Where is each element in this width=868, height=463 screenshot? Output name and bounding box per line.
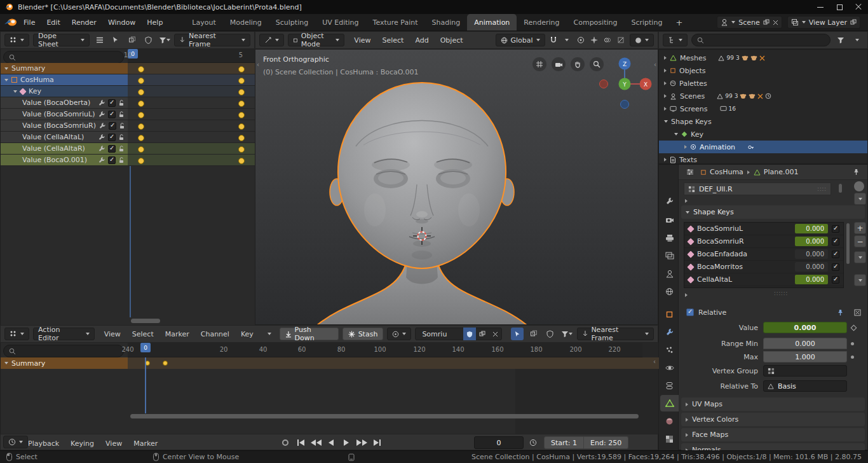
dope-sheet-h-scrollbar[interactable] xyxy=(131,319,160,323)
outliner-row-screens[interactable]: Screens 16 xyxy=(659,102,867,115)
menu-item[interactable]: Playback xyxy=(22,438,65,450)
disclosure-icon[interactable] xyxy=(664,69,667,73)
shield-filter-icon[interactable] xyxy=(544,328,557,340)
play-reverse-button[interactable] xyxy=(325,436,337,449)
layer-dropdown-icon[interactable] xyxy=(263,328,276,340)
tab-material[interactable] xyxy=(660,413,679,429)
action-editor-mode-select[interactable]: Action Editor xyxy=(33,328,95,340)
unlink-action-icon[interactable] xyxy=(489,328,501,340)
expand-icon[interactable] xyxy=(4,67,8,70)
tab-object[interactable] xyxy=(660,306,679,322)
shape-key-enable-checkbox[interactable] xyxy=(832,251,839,258)
tab-output[interactable] xyxy=(660,230,679,246)
shape-key-value[interactable]: 0.000 xyxy=(795,275,828,284)
workspace-tab[interactable]: Compositing xyxy=(567,14,625,31)
channel-enable-checkbox[interactable] xyxy=(108,99,116,107)
outliner-row-meshes[interactable]: Meshes 99 3 xyxy=(659,52,867,64)
action-name-field[interactable]: Somriu xyxy=(416,330,463,338)
filter-funnel-icon[interactable] xyxy=(834,34,847,46)
properties-editor-icon[interactable] xyxy=(684,166,696,179)
vgroup-dropdown-button[interactable] xyxy=(854,193,866,205)
menu-item[interactable]: View xyxy=(348,34,376,46)
channel-keyframes[interactable] xyxy=(128,109,255,120)
editor-type-button[interactable] xyxy=(259,34,284,46)
breadcrumb-data[interactable]: Plane.001 xyxy=(754,168,799,176)
shape-key-enable-checkbox[interactable] xyxy=(832,238,839,245)
channel-enable-checkbox[interactable] xyxy=(108,145,116,153)
close-button[interactable] xyxy=(849,0,868,14)
shape-key-row[interactable]: CellaAltaL 0.000 xyxy=(684,273,843,286)
pin-id-icon[interactable] xyxy=(850,166,862,179)
expand-icon[interactable] xyxy=(4,79,8,81)
view-layer-selector[interactable]: View Layer xyxy=(787,16,860,29)
lock-open-icon[interactable] xyxy=(118,146,125,152)
filter-funnel-icon[interactable] xyxy=(560,328,573,340)
section-uv-maps[interactable]: UV Maps xyxy=(681,397,865,411)
copy-icon[interactable] xyxy=(763,19,770,25)
lock-open-icon[interactable] xyxy=(119,123,125,129)
tab-world[interactable] xyxy=(660,283,679,300)
channel-search-input[interactable] xyxy=(3,345,124,357)
3d-viewport[interactable]: Front Orthographic (0) Scene Collection … xyxy=(255,49,658,325)
close-icon[interactable] xyxy=(773,20,778,25)
menu-item[interactable]: Channel xyxy=(195,328,235,340)
workspace-tab[interactable]: Shading xyxy=(425,14,468,31)
menu-item[interactable]: View xyxy=(98,328,126,340)
menu-item[interactable]: Keying xyxy=(65,438,100,450)
menu-item[interactable]: View xyxy=(100,438,128,450)
show-only-shape-key-icon[interactable] xyxy=(834,306,846,319)
menu-item[interactable]: Add xyxy=(409,34,434,46)
ghost-toggle-icon[interactable] xyxy=(527,328,540,340)
disclosure-icon[interactable] xyxy=(674,133,678,135)
fcurve-modifier-icon[interactable] xyxy=(98,145,105,152)
current-frame-indicator[interactable]: 0 xyxy=(140,343,151,352)
channel-keyframes[interactable] xyxy=(128,63,255,74)
shape-key-row[interactable]: BocaSomriuR 0.000 xyxy=(684,235,843,248)
dope-channel-row[interactable]: Summary xyxy=(1,63,255,74)
summary-channel-row[interactable]: Summary xyxy=(1,357,659,369)
animate-dot-icon[interactable] xyxy=(851,356,854,359)
move-shape-key-down-button[interactable] xyxy=(854,274,866,286)
lock-open-icon[interactable] xyxy=(118,100,125,106)
shape-keys-scrollbar[interactable] xyxy=(846,223,850,264)
dope-channel-row[interactable]: Value (BocaO.001) xyxy=(1,155,255,166)
section-face-maps[interactable]: Face Maps xyxy=(681,428,865,441)
workspace-tab[interactable]: Sculpting xyxy=(269,14,315,31)
action-editor-ruler[interactable]: 0 20406080100120140160180200220240 xyxy=(128,343,642,357)
channel-keyframes[interactable] xyxy=(128,155,255,165)
channel-keyframes[interactable] xyxy=(128,97,255,108)
fake-user-shield-icon[interactable] xyxy=(463,328,476,340)
use-preview-range-icon[interactable] xyxy=(527,436,539,449)
jump-to-end-button[interactable] xyxy=(370,436,383,449)
jump-to-start-button[interactable] xyxy=(294,436,307,449)
outliner-row-animation[interactable]: Animation xyxy=(659,141,867,153)
tab-physics[interactable] xyxy=(660,359,679,376)
vgroup-scrollbar[interactable] xyxy=(839,184,842,193)
pan-hand-icon[interactable] xyxy=(571,57,585,71)
channel-name-cell[interactable]: Value (BocaO.001) xyxy=(1,155,128,165)
hamburger-menu-icon[interactable] xyxy=(93,34,105,46)
disclosure-icon[interactable] xyxy=(664,81,667,85)
only-selected-toggle-icon[interactable] xyxy=(511,328,524,340)
shape-key-value[interactable]: 0.000 xyxy=(795,262,828,272)
tab-view-layer[interactable] xyxy=(660,247,679,264)
shield-filter-icon[interactable] xyxy=(142,34,154,46)
previous-keyframe-button[interactable] xyxy=(309,436,322,449)
snap-mode-select[interactable]: Nearest Frame xyxy=(577,328,654,340)
channel-enable-checkbox[interactable] xyxy=(109,122,116,130)
shape-key-enable-checkbox[interactable] xyxy=(832,263,839,271)
channel-name-cell[interactable]: Value (BocaSomriuR) xyxy=(1,120,128,131)
keyframe-dot[interactable] xyxy=(163,361,168,366)
list-expand-arrow[interactable] xyxy=(685,291,688,299)
menu-item[interactable]: File xyxy=(18,17,41,29)
vertex-group-list-item[interactable]: DEF_Ull.R :::: xyxy=(684,183,831,195)
push-down-button[interactable]: Push Down xyxy=(280,328,339,340)
menu-item[interactable]: Help xyxy=(141,17,168,29)
list-resize-grip[interactable]: :::::: xyxy=(774,291,788,296)
workspace-tab[interactable]: Modeling xyxy=(223,14,269,31)
only-selected-filter-icon[interactable] xyxy=(110,34,122,46)
channel-name-cell[interactable]: Value (BocaOberta) xyxy=(1,97,128,108)
relative-checkbox[interactable] xyxy=(686,308,694,316)
dope-sheet-mode-select[interactable]: Dope Sheet xyxy=(33,34,90,46)
proportional-editing-icon[interactable] xyxy=(576,34,585,46)
